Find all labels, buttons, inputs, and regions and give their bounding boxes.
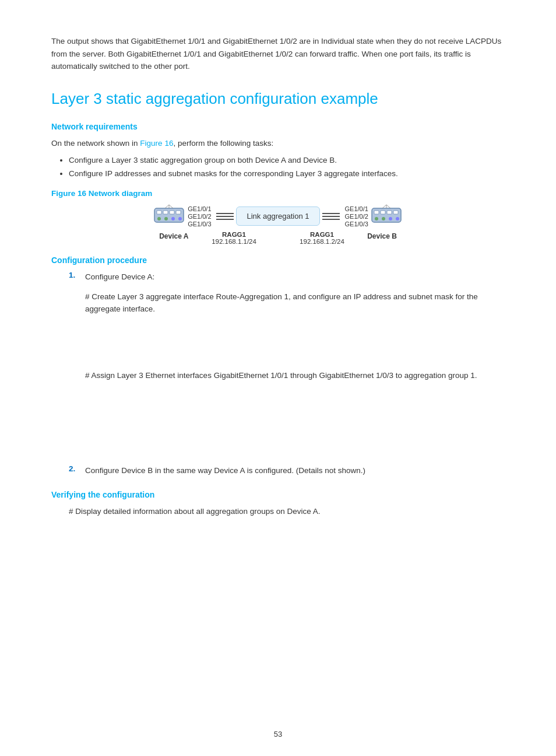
svg-point-6 xyxy=(164,217,168,220)
intro-paragraph: The output shows that GigabitEthernet 1/… xyxy=(51,35,505,73)
svg-line-11 xyxy=(169,205,173,208)
svg-point-19 xyxy=(389,217,392,220)
step-1-detail1: # Create Layer 3 aggregate interface Rou… xyxy=(85,290,505,316)
config-procedure-heading: Configuration procedure xyxy=(51,256,505,265)
ragg-left-ip: 192.168.1.1/24 xyxy=(212,238,256,245)
svg-line-23 xyxy=(386,205,390,208)
bullet-item-2: Configure IP addresses and subnet masks … xyxy=(69,167,505,181)
svg-line-9 xyxy=(165,205,169,208)
figure16-link[interactable]: Figure 16 xyxy=(140,139,173,148)
svg-rect-14 xyxy=(381,211,385,214)
svg-rect-15 xyxy=(387,211,392,214)
svg-rect-1 xyxy=(157,211,161,214)
step-2-label: Configure Device B in the same way Devic… xyxy=(85,464,505,477)
verifying-heading: Verifying the configuration xyxy=(51,490,505,499)
step-1: 1. Configure Device A: # Create Layer 3 … xyxy=(69,271,505,459)
step-2-number: 2. xyxy=(69,464,79,484)
svg-point-18 xyxy=(382,217,385,220)
step-1-number: 1. xyxy=(69,271,79,459)
step-1-detail2: # Assign Layer 3 Ethernet interfaces Gig… xyxy=(85,369,505,382)
ragg-left-label: RAGG1 xyxy=(222,231,246,238)
svg-point-20 xyxy=(396,217,399,220)
port-labels-left: GE1/0/1 GE1/0/2 GE1/0/3 xyxy=(188,205,211,228)
step-2: 2. Configure Device B in the same way De… xyxy=(69,464,505,484)
network-diagram: GE1/0/1 GE1/0/2 GE1/0/3 Li xyxy=(51,204,505,245)
ragg-right-label: RAGG1 xyxy=(310,231,334,238)
requirements-list: Configure a Layer 3 static aggregation g… xyxy=(63,154,505,181)
svg-rect-3 xyxy=(170,211,174,214)
svg-rect-16 xyxy=(393,211,398,214)
svg-point-17 xyxy=(375,217,378,220)
ragg-right-ip: 192.168.1.2/24 xyxy=(300,238,344,245)
device-b-icon xyxy=(371,204,403,229)
port-labels-right: GE1/0/1 GE1/0/2 GE1/0/3 xyxy=(344,205,368,228)
network-requirements-heading: Network requirements xyxy=(51,122,505,131)
device-a-label: Device A xyxy=(159,232,188,240)
svg-point-5 xyxy=(157,217,161,220)
spacer-code-2 xyxy=(85,388,505,459)
svg-point-8 xyxy=(178,217,182,220)
svg-line-21 xyxy=(382,205,386,208)
bullet-item-1: Configure a Layer 3 static aggregation g… xyxy=(69,154,505,167)
spacer-code-1 xyxy=(85,323,505,369)
svg-rect-2 xyxy=(163,211,168,214)
device-a-icon xyxy=(153,204,185,229)
verifying-text: # Display detailed information about all… xyxy=(69,505,505,518)
device-b-label: Device B xyxy=(367,232,397,240)
section-title: Layer 3 static aggregation configuration… xyxy=(51,89,505,109)
svg-point-7 xyxy=(171,217,175,220)
aggregation-box: Link aggregation 1 xyxy=(236,206,321,226)
diagram-main-row: GE1/0/1 GE1/0/2 GE1/0/3 Li xyxy=(153,204,403,229)
page-number: 53 xyxy=(0,730,556,738)
step-1-label: Configure Device A: xyxy=(85,271,505,284)
svg-rect-13 xyxy=(374,211,379,214)
network-requirements-intro: On the network shown in Figure 16, perfo… xyxy=(51,137,505,150)
figure-title: Figure 16 Network diagram xyxy=(51,189,505,198)
svg-rect-4 xyxy=(176,211,181,214)
